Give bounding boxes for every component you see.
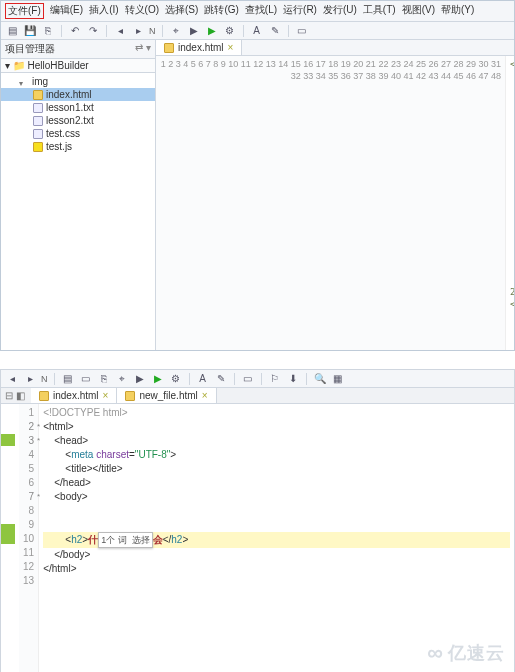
ide-window-bottom: ◂ ▸ N ▤ ▭ ⎘ ⌖ ▶ ▶ ⚙ A ✎ ▭ ⚐ ⬇ 🔍 ▦ ⊟◧inde…	[0, 369, 515, 672]
html-file-icon	[125, 391, 135, 401]
editor-top: index.html × 1 2 3 4 5 6 7 8 9 10 11 12 …	[156, 40, 514, 350]
html-file-icon	[164, 43, 174, 53]
menu-item[interactable]: 文件(F)	[5, 3, 44, 19]
editor-tabbar: index.html ×	[156, 40, 514, 56]
code-area-bottom[interactable]: 12345678910111213 <!DOCTYPE html><html> …	[1, 404, 514, 672]
nav-back-icon[interactable]: ◂	[5, 372, 19, 386]
collapse-icon[interactable]: ▾	[146, 42, 151, 56]
close-icon[interactable]: ×	[103, 390, 109, 401]
wand-icon[interactable]: ✎	[268, 24, 282, 38]
toolbar-top: ▤ 💾 ⎘ ↶ ↷ ◂ ▸ N ⌖ ▶ ▶ ⚙ A ✎ ▭	[1, 22, 514, 40]
config-icon[interactable]: ⚙	[169, 372, 183, 386]
menu-item[interactable]: 视图(V)	[402, 3, 435, 19]
grid-icon[interactable]: ▦	[331, 372, 345, 386]
change-marker	[1, 434, 15, 446]
folderopen-icon	[19, 77, 29, 87]
cursor-icon[interactable]: ⌖	[169, 24, 183, 38]
editor-tabbar-bottom: ⊟◧index.html×new_file.html×	[1, 388, 514, 404]
html-file-icon	[39, 391, 49, 401]
menu-item[interactable]: 运行(R)	[283, 3, 317, 19]
tree-item-label: test.css	[46, 128, 80, 139]
close-icon[interactable]: ×	[228, 42, 234, 53]
nav-back-icon[interactable]: ◂	[113, 24, 127, 38]
tree-item[interactable]: index.html	[1, 88, 155, 101]
config-icon[interactable]: ⚙	[223, 24, 237, 38]
new-icon[interactable]: ▤	[5, 24, 19, 38]
project-manager-panel: 项目管理器 ⇄ ▾ ▾ 📁 HelloHBuilder imgindex.htm…	[1, 40, 156, 350]
search-icon[interactable]: 🔍	[313, 372, 327, 386]
menu-item[interactable]: 工具(T)	[363, 3, 396, 19]
tree-item-label: lesson2.txt	[46, 115, 94, 126]
page-icon	[33, 90, 43, 100]
tree-item-label: test.js	[46, 141, 72, 152]
txt-icon	[33, 103, 43, 113]
editor-tab[interactable]: index.html×	[31, 388, 117, 403]
nav-fwd-icon[interactable]: ▸	[131, 24, 145, 38]
phone-icon[interactable]: ▭	[295, 24, 309, 38]
project-root-tab[interactable]: ▾ 📁 HelloHBuilder	[5, 60, 89, 71]
toggle-icon[interactable]: ◧	[16, 390, 25, 401]
phone-icon[interactable]: ▭	[241, 372, 255, 386]
tree-item[interactable]: img	[1, 75, 155, 88]
wand-icon[interactable]: ✎	[214, 372, 228, 386]
change-marker	[1, 524, 15, 544]
tree-item-label: lesson1.txt	[46, 102, 94, 113]
menu-item[interactable]: 发行(U)	[323, 3, 357, 19]
run-icon[interactable]: ▶	[187, 24, 201, 38]
menu-item[interactable]: 插入(I)	[89, 3, 118, 19]
saveall-icon[interactable]: ⎘	[41, 24, 55, 38]
js-icon	[33, 142, 43, 152]
nav-fwd-icon[interactable]: ▸	[23, 372, 37, 386]
tree-item[interactable]: lesson2.txt	[1, 114, 155, 127]
editor-tab[interactable]: new_file.html×	[117, 388, 216, 403]
project-manager-title: 项目管理器	[5, 42, 55, 56]
tree-item-label: img	[32, 76, 48, 87]
tree-item[interactable]: test.css	[1, 127, 155, 140]
toolbar-bottom: ◂ ▸ N ▤ ▭ ⎘ ⌖ ▶ ▶ ⚙ A ✎ ▭ ⚐ ⬇ 🔍 ▦	[1, 370, 514, 388]
play-icon[interactable]: ▶	[205, 24, 219, 38]
menu-item[interactable]: 编辑(E)	[50, 3, 83, 19]
letter-a-icon[interactable]: A	[196, 372, 210, 386]
txt-icon	[33, 116, 43, 126]
menu-bar: 文件(F)编辑(E)插入(I)转义(O)选择(S)跳转(G)查找(L)运行(R)…	[1, 1, 514, 22]
doc-icon[interactable]: ▭	[79, 372, 93, 386]
new-icon[interactable]: ▤	[61, 372, 75, 386]
close-icon[interactable]: ×	[202, 390, 208, 401]
save-icon[interactable]: 💾	[23, 24, 37, 38]
redo-icon[interactable]: ↷	[86, 24, 100, 38]
link-icon[interactable]: ⇄	[135, 42, 143, 56]
code-area-top[interactable]: 1 2 3 4 5 6 7 8 9 10 11 12 13 14 15 16 1…	[156, 56, 514, 350]
copy-icon[interactable]: ⎘	[97, 372, 111, 386]
tree-item[interactable]: lesson1.txt	[1, 101, 155, 114]
txt-icon	[33, 129, 43, 139]
file-tree: imgindex.htmllesson1.txtlesson2.txttest.…	[1, 73, 155, 155]
ide-window-top: 文件(F)编辑(E)插入(I)转义(O)选择(S)跳转(G)查找(L)运行(R)…	[0, 0, 515, 351]
editor-tab-index[interactable]: index.html ×	[156, 40, 242, 55]
tree-item-label: index.html	[46, 89, 92, 100]
team-icon[interactable]: ⚐	[268, 372, 282, 386]
workspace: 项目管理器 ⇄ ▾ ▾ 📁 HelloHBuilder imgindex.htm…	[1, 40, 514, 350]
menu-item[interactable]: 转义(O)	[125, 3, 159, 19]
menu-item[interactable]: 查找(L)	[245, 3, 277, 19]
run-icon[interactable]: ▶	[133, 372, 147, 386]
letter-a-icon[interactable]: A	[250, 24, 264, 38]
play-icon[interactable]: ▶	[151, 372, 165, 386]
marker-column	[1, 404, 19, 672]
menu-item[interactable]: 跳转(G)	[204, 3, 238, 19]
down-icon[interactable]: ⬇	[286, 372, 300, 386]
cursor-icon[interactable]: ⌖	[115, 372, 129, 386]
undo-icon[interactable]: ↶	[68, 24, 82, 38]
menu-item[interactable]: 选择(S)	[165, 3, 198, 19]
outline-icon[interactable]: ⊟	[5, 390, 13, 401]
tree-item[interactable]: test.js	[1, 140, 155, 153]
menu-item[interactable]: 帮助(Y)	[441, 3, 474, 19]
